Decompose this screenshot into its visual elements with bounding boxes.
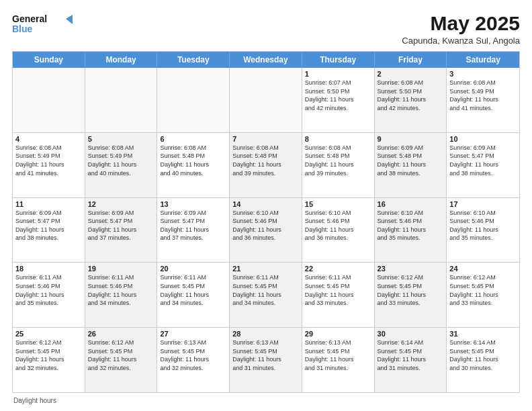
day-info: Sunrise: 6:08 AM Sunset: 5:48 PM Dayligh… bbox=[232, 144, 299, 177]
day-number: 22 bbox=[305, 265, 371, 273]
day-cell: 7Sunrise: 6:08 AM Sunset: 5:48 PM Daylig… bbox=[230, 133, 302, 197]
day-number: 25 bbox=[15, 330, 82, 338]
day-number: 31 bbox=[449, 330, 517, 338]
day-cell: 24Sunrise: 6:12 AM Sunset: 5:45 PM Dayli… bbox=[447, 263, 519, 327]
day-info: Sunrise: 6:10 AM Sunset: 5:46 PM Dayligh… bbox=[449, 209, 517, 242]
day-info: Sunrise: 6:13 AM Sunset: 5:45 PM Dayligh… bbox=[160, 338, 226, 372]
day-cell: 8Sunrise: 6:08 AM Sunset: 5:48 PM Daylig… bbox=[302, 133, 375, 197]
svg-text:General: General bbox=[12, 13, 47, 24]
day-number: 14 bbox=[232, 200, 299, 208]
day-number: 8 bbox=[305, 135, 371, 143]
day-header-friday: Friday bbox=[375, 52, 447, 68]
day-number: 19 bbox=[88, 265, 154, 273]
day-info: Sunrise: 6:10 AM Sunset: 5:46 PM Dayligh… bbox=[305, 209, 371, 242]
day-info: Sunrise: 6:08 AM Sunset: 5:50 PM Dayligh… bbox=[378, 79, 444, 112]
day-cell: 9Sunrise: 6:09 AM Sunset: 5:48 PM Daylig… bbox=[375, 133, 447, 197]
day-info: Sunrise: 6:09 AM Sunset: 5:47 PM Dayligh… bbox=[88, 209, 154, 242]
day-cell: 1Sunrise: 6:07 AM Sunset: 5:50 PM Daylig… bbox=[302, 68, 375, 132]
day-number: 9 bbox=[378, 135, 444, 143]
day-info: Sunrise: 6:10 AM Sunset: 5:46 PM Dayligh… bbox=[232, 209, 299, 242]
day-cell: 14Sunrise: 6:10 AM Sunset: 5:46 PM Dayli… bbox=[230, 198, 302, 263]
week-row-3: 11Sunrise: 6:09 AM Sunset: 5:47 PM Dayli… bbox=[13, 197, 519, 263]
day-header-thursday: Thursday bbox=[302, 52, 375, 68]
day-info: Sunrise: 6:10 AM Sunset: 5:46 PM Dayligh… bbox=[378, 209, 444, 242]
day-cell: 12Sunrise: 6:09 AM Sunset: 5:47 PM Dayli… bbox=[85, 198, 158, 263]
day-info: Sunrise: 6:07 AM Sunset: 5:50 PM Dayligh… bbox=[305, 79, 371, 112]
day-header-saturday: Saturday bbox=[447, 52, 519, 68]
day-headers: SundayMondayTuesdayWednesdayThursdayFrid… bbox=[13, 52, 519, 68]
day-number: 11 bbox=[15, 200, 82, 208]
day-number: 30 bbox=[378, 330, 444, 338]
day-number: 16 bbox=[378, 200, 444, 208]
day-number: 4 bbox=[15, 135, 82, 143]
day-info: Sunrise: 6:08 AM Sunset: 5:49 PM Dayligh… bbox=[15, 144, 82, 177]
day-cell: 31Sunrise: 6:14 AM Sunset: 5:45 PM Dayli… bbox=[447, 328, 519, 392]
day-number: 5 bbox=[88, 135, 154, 143]
week-row-4: 18Sunrise: 6:11 AM Sunset: 5:46 PM Dayli… bbox=[13, 262, 519, 327]
day-cell bbox=[230, 68, 302, 132]
day-header-monday: Monday bbox=[85, 52, 158, 68]
day-number: 12 bbox=[88, 200, 154, 208]
day-cell bbox=[13, 68, 85, 132]
day-info: Sunrise: 6:12 AM Sunset: 5:45 PM Dayligh… bbox=[378, 273, 444, 307]
day-info: Sunrise: 6:08 AM Sunset: 5:48 PM Dayligh… bbox=[160, 144, 226, 177]
day-cell: 3Sunrise: 6:08 AM Sunset: 5:49 PM Daylig… bbox=[447, 68, 519, 132]
day-cell: 29Sunrise: 6:13 AM Sunset: 5:45 PM Dayli… bbox=[302, 328, 375, 392]
day-cell: 27Sunrise: 6:13 AM Sunset: 5:45 PM Dayli… bbox=[157, 328, 230, 392]
day-info: Sunrise: 6:11 AM Sunset: 5:45 PM Dayligh… bbox=[160, 273, 226, 307]
day-info: Sunrise: 6:11 AM Sunset: 5:45 PM Dayligh… bbox=[232, 273, 299, 307]
day-number: 10 bbox=[449, 135, 517, 143]
logo: General Blue bbox=[12, 12, 73, 38]
day-info: Sunrise: 6:12 AM Sunset: 5:45 PM Dayligh… bbox=[88, 338, 154, 372]
day-info: Sunrise: 6:14 AM Sunset: 5:45 PM Dayligh… bbox=[449, 338, 517, 372]
day-info: Sunrise: 6:14 AM Sunset: 5:45 PM Dayligh… bbox=[378, 338, 444, 372]
day-number: 20 bbox=[160, 265, 226, 273]
day-info: Sunrise: 6:09 AM Sunset: 5:47 PM Dayligh… bbox=[160, 209, 226, 242]
day-info: Sunrise: 6:11 AM Sunset: 5:46 PM Dayligh… bbox=[88, 273, 154, 307]
day-info: Sunrise: 6:11 AM Sunset: 5:46 PM Dayligh… bbox=[15, 273, 82, 307]
day-info: Sunrise: 6:13 AM Sunset: 5:45 PM Dayligh… bbox=[305, 338, 371, 372]
day-info: Sunrise: 6:09 AM Sunset: 5:48 PM Dayligh… bbox=[378, 144, 444, 177]
day-cell: 10Sunrise: 6:09 AM Sunset: 5:47 PM Dayli… bbox=[447, 133, 519, 197]
day-cell: 11Sunrise: 6:09 AM Sunset: 5:47 PM Dayli… bbox=[13, 198, 85, 263]
day-number: 26 bbox=[88, 330, 154, 338]
day-number: 2 bbox=[378, 70, 444, 78]
week-row-2: 4Sunrise: 6:08 AM Sunset: 5:49 PM Daylig… bbox=[13, 132, 519, 197]
day-cell: 30Sunrise: 6:14 AM Sunset: 5:45 PM Dayli… bbox=[375, 328, 447, 392]
day-header-sunday: Sunday bbox=[13, 52, 85, 68]
day-number: 23 bbox=[378, 265, 444, 273]
day-number: 28 bbox=[232, 330, 299, 338]
day-cell: 13Sunrise: 6:09 AM Sunset: 5:47 PM Dayli… bbox=[157, 198, 230, 263]
footer: Daylight hours bbox=[12, 397, 520, 404]
day-number: 21 bbox=[232, 265, 299, 273]
day-cell: 2Sunrise: 6:08 AM Sunset: 5:50 PM Daylig… bbox=[375, 68, 447, 132]
day-info: Sunrise: 6:08 AM Sunset: 5:48 PM Dayligh… bbox=[305, 144, 371, 177]
day-cell: 26Sunrise: 6:12 AM Sunset: 5:45 PM Dayli… bbox=[85, 328, 158, 392]
day-cell: 17Sunrise: 6:10 AM Sunset: 5:46 PM Dayli… bbox=[447, 198, 519, 263]
day-header-wednesday: Wednesday bbox=[230, 52, 302, 68]
svg-text:Blue: Blue bbox=[12, 24, 33, 34]
day-number: 27 bbox=[160, 330, 226, 338]
day-number: 18 bbox=[15, 265, 82, 273]
day-cell: 16Sunrise: 6:10 AM Sunset: 5:46 PM Dayli… bbox=[375, 198, 447, 263]
day-cell: 20Sunrise: 6:11 AM Sunset: 5:45 PM Dayli… bbox=[157, 263, 230, 327]
header: General Blue May 2025 Capunda, Kwanza Su… bbox=[12, 12, 520, 46]
day-cell: 25Sunrise: 6:12 AM Sunset: 5:45 PM Dayli… bbox=[13, 328, 85, 392]
day-number: 17 bbox=[449, 200, 517, 208]
day-cell: 28Sunrise: 6:13 AM Sunset: 5:45 PM Dayli… bbox=[230, 328, 302, 392]
day-cell: 19Sunrise: 6:11 AM Sunset: 5:46 PM Dayli… bbox=[85, 263, 158, 327]
day-number: 7 bbox=[232, 135, 299, 143]
day-info: Sunrise: 6:08 AM Sunset: 5:49 PM Dayligh… bbox=[449, 79, 517, 112]
day-cell: 15Sunrise: 6:10 AM Sunset: 5:46 PM Dayli… bbox=[302, 198, 375, 263]
day-cell: 5Sunrise: 6:08 AM Sunset: 5:49 PM Daylig… bbox=[85, 133, 158, 197]
day-cell: 6Sunrise: 6:08 AM Sunset: 5:48 PM Daylig… bbox=[157, 133, 230, 197]
day-cell: 18Sunrise: 6:11 AM Sunset: 5:46 PM Dayli… bbox=[13, 263, 85, 327]
day-cell: 22Sunrise: 6:11 AM Sunset: 5:45 PM Dayli… bbox=[302, 263, 375, 327]
day-header-tuesday: Tuesday bbox=[157, 52, 230, 68]
day-cell: 21Sunrise: 6:11 AM Sunset: 5:45 PM Dayli… bbox=[230, 263, 302, 327]
day-info: Sunrise: 6:09 AM Sunset: 5:47 PM Dayligh… bbox=[15, 209, 82, 242]
day-cell: 23Sunrise: 6:12 AM Sunset: 5:45 PM Dayli… bbox=[375, 263, 447, 327]
day-info: Sunrise: 6:08 AM Sunset: 5:49 PM Dayligh… bbox=[88, 144, 154, 177]
week-row-5: 25Sunrise: 6:12 AM Sunset: 5:45 PM Dayli… bbox=[13, 327, 519, 392]
day-number: 29 bbox=[305, 330, 371, 338]
